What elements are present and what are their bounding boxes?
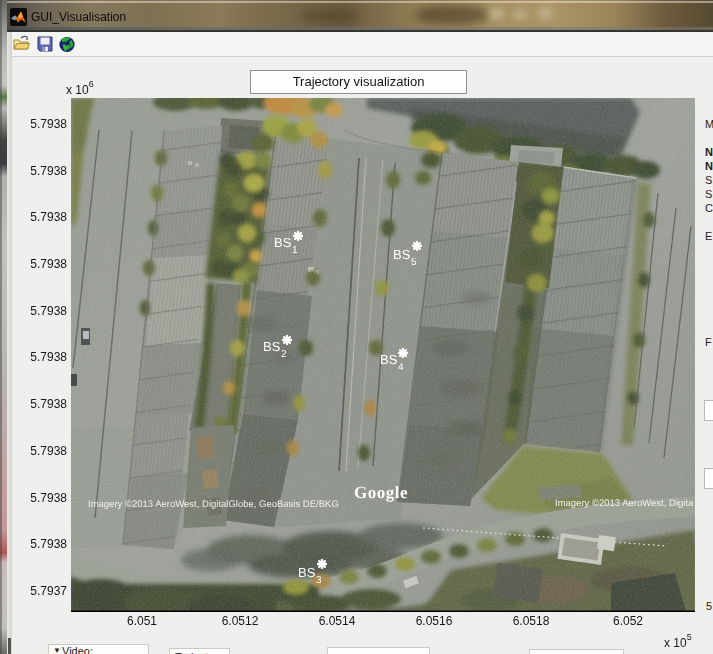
svg-text:1: 1 [292, 245, 298, 256]
svg-text:4: 4 [398, 362, 404, 373]
svg-text:Imagery ©2013 AeroWest, Digita: Imagery ©2013 AeroWest, Digita [555, 498, 694, 509]
svg-text:2: 2 [281, 349, 287, 360]
svg-text:BS: BS [263, 339, 281, 354]
svg-text:BS: BS [274, 235, 292, 250]
svg-text:BS: BS [393, 247, 411, 262]
svg-text:BS: BS [298, 565, 316, 580]
svg-text:Imagery ©2013 AeroWest, Digita: Imagery ©2013 AeroWest, DigitalGlobe, Ge… [88, 499, 339, 510]
svg-text:3: 3 [316, 575, 322, 586]
svg-text:BS: BS [380, 352, 398, 367]
svg-text:5: 5 [411, 257, 417, 268]
svg-text:Google: Google [354, 483, 408, 502]
